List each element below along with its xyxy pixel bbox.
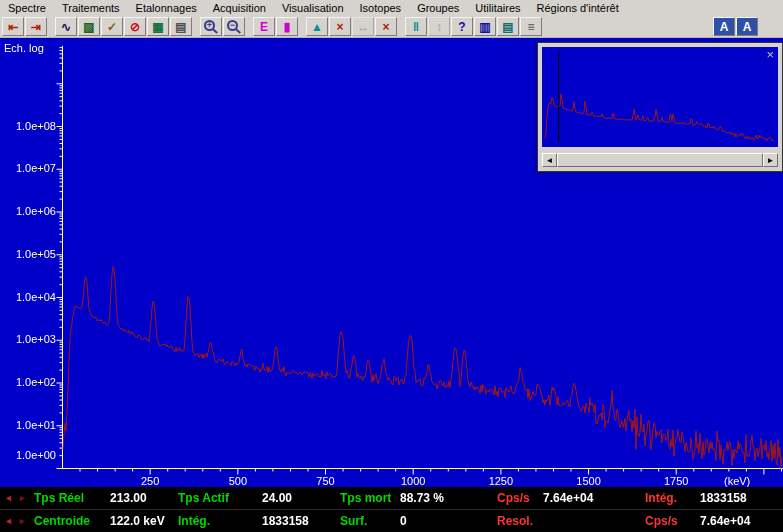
list-view-button[interactable]: ▤	[497, 17, 519, 36]
status-value-surf: 0	[400, 510, 407, 532]
status-label-resol: Resol.	[497, 510, 533, 532]
delete-roi-button[interactable]: ×	[375, 17, 397, 36]
zoom-out-button[interactable]: −	[223, 17, 245, 36]
calibration-button[interactable]: ✓	[101, 17, 123, 36]
marker-info-icon: ►	[16, 514, 29, 528]
x-tick-label: 1750	[652, 475, 700, 487]
delete-peak-icon: ×	[336, 21, 343, 33]
prev-spectrum-button[interactable]: ⇤	[2, 17, 24, 36]
menu-item-traitements[interactable]: Traitements	[54, 1, 128, 16]
y-tick-label: 1.0e+02	[0, 376, 56, 388]
menu-item-spectre[interactable]: Spectre	[0, 1, 54, 16]
acquisition-setup-icon: ▦	[152, 21, 163, 33]
overview-scrollbar: ◄ ►	[542, 153, 778, 167]
x-tick-label: 1500	[565, 475, 613, 487]
report-icon: ▤	[175, 21, 186, 33]
zoom-in-button[interactable]: +	[200, 17, 222, 36]
acquisition-setup-button[interactable]: ▦	[147, 17, 169, 36]
status-label-tps-reel: Tps Réel	[34, 487, 84, 509]
zoom-in-icon: +	[204, 20, 215, 31]
display-text-button[interactable]: A	[736, 17, 758, 36]
status-value-integ: 1833158	[262, 510, 309, 532]
menu-item-etalonnages[interactable]: Etalonnages	[128, 1, 205, 16]
menu-item-acquisition[interactable]: Acquisition	[205, 1, 274, 16]
overview-window: × ◄ ►	[537, 42, 783, 172]
y-tick-label: 1.0e+00	[0, 449, 56, 461]
overview-spectrum-canvas[interactable]	[542, 47, 778, 147]
x-tick-label: 1250	[477, 475, 525, 487]
annotate-text-icon: A	[720, 21, 729, 33]
status-value-integ: 1833158	[700, 487, 747, 509]
cursor-info-icon: ◄	[2, 514, 15, 528]
status-row-times: ◄►Tps Réel213.00Tps Actif24.00Tps mort88…	[0, 487, 783, 509]
stop-acquisition-button[interactable]: ⊘	[124, 17, 146, 36]
insert-peak-icon: ↔	[357, 21, 369, 33]
status-label-tps-mort: Tps mort	[340, 487, 391, 509]
status-label-cps-s: Cps/s	[497, 487, 530, 509]
scrollbar-track[interactable]	[557, 153, 763, 167]
prev-spectrum-icon: ⇤	[8, 21, 18, 33]
y-tick-label: 1.0e+08	[0, 120, 56, 132]
next-spectrum-button[interactable]: ⇥	[25, 17, 47, 36]
y-tick-label: 1.0e+03	[0, 333, 56, 345]
x-axis-unit-label: (keV)	[724, 475, 750, 487]
status-label-tps-actif: Tps Actif	[178, 487, 229, 509]
realtime-indicator-icon: ◄	[2, 491, 15, 505]
menu-bar: SpectreTraitementsEtalonnagesAcquisition…	[0, 0, 783, 16]
y-tick-label: 1.0e+06	[0, 205, 56, 217]
delete-peak-button[interactable]: ×	[329, 17, 351, 36]
x-tick-label: 500	[214, 475, 262, 487]
menu-item-regions-d-interet[interactable]: Régions d'intérêt	[529, 1, 627, 16]
roi-marker-icon: ▮	[284, 21, 291, 33]
y-scale-label: Ech. log	[4, 42, 44, 54]
menu-item-isotopes[interactable]: Isotopes	[352, 1, 410, 16]
report-button[interactable]: ▤	[170, 17, 192, 36]
calibration-icon: ✓	[107, 21, 117, 33]
stop-acquisition-icon: ⊘	[130, 21, 140, 33]
x-tick-label: 1000	[389, 475, 437, 487]
status-value-tps-mort: 88.73 %	[400, 487, 444, 509]
scroll-left-icon[interactable]: ◄	[542, 153, 557, 167]
toolbar: ⇤⇥∿▧✓⊘▦▤+−E▮▲×↔×‖↕?▥▤≡AA	[0, 16, 783, 38]
acquisition-state-icon: ►	[16, 491, 29, 505]
overlay-spectra-button[interactable]: ▧	[78, 17, 100, 36]
scroll-right-icon[interactable]: ►	[763, 153, 778, 167]
spectrum-display-icon: ∿	[61, 21, 71, 33]
scroll-view-icon: ≡	[527, 21, 534, 33]
annotate-text-button[interactable]: A	[713, 17, 735, 36]
menu-item-utilitaires[interactable]: Utilitaires	[467, 1, 528, 16]
plot-area: Ech. log (keV) × ◄ ► 1.0e+081.0e+071.0e+…	[0, 38, 783, 487]
status-value-tps-actif: 24.00	[262, 487, 292, 509]
scrollbar-thumb[interactable]	[557, 153, 763, 167]
overlay-spectra-icon: ▧	[83, 21, 94, 33]
histogram-view-button[interactable]: ▥	[474, 17, 496, 36]
status-value-cps-s: 7.64e+04	[700, 510, 750, 532]
y-tick-label: 1.0e+05	[0, 248, 56, 260]
energy-marker-button[interactable]: E	[253, 17, 275, 36]
menu-item-groupes[interactable]: Groupes	[409, 1, 467, 16]
spectrum-display-button[interactable]: ∿	[55, 17, 77, 36]
x-tick-label: 250	[126, 475, 174, 487]
x-tick-label: 750	[302, 475, 350, 487]
status-label-cps-s: Cps/s	[645, 510, 678, 532]
display-text-icon: A	[743, 21, 752, 33]
y-tick-label: 1.0e+04	[0, 291, 56, 303]
histogram-view-icon: ▥	[479, 21, 490, 33]
status-value-centroide: 122.0 keV	[110, 510, 165, 532]
status-bar: ◄►Tps Réel213.00Tps Actif24.00Tps mort88…	[0, 487, 783, 532]
insert-peak-button: ↔	[352, 17, 374, 36]
help-button[interactable]: ?	[451, 17, 473, 36]
expand-region-button: ↕	[428, 17, 450, 36]
zoom-out-icon: −	[227, 20, 238, 31]
delete-roi-icon: ×	[382, 21, 389, 33]
vertical-markers-button[interactable]: ‖	[405, 17, 427, 36]
menu-item-visualisation[interactable]: Visualisation	[274, 1, 352, 16]
roi-marker-button[interactable]: ▮	[276, 17, 298, 36]
scroll-view-button[interactable]: ≡	[520, 17, 542, 36]
close-icon[interactable]: ×	[766, 50, 774, 60]
next-spectrum-icon: ⇥	[31, 21, 41, 33]
status-row-cursor: ◄►Centroide122.0 keVIntég.1833158Surf.0R…	[0, 509, 783, 532]
status-label-centroide: Centroide	[34, 510, 90, 532]
peak-search-button[interactable]: ▲	[306, 17, 328, 36]
expand-region-icon: ↕	[436, 21, 442, 33]
